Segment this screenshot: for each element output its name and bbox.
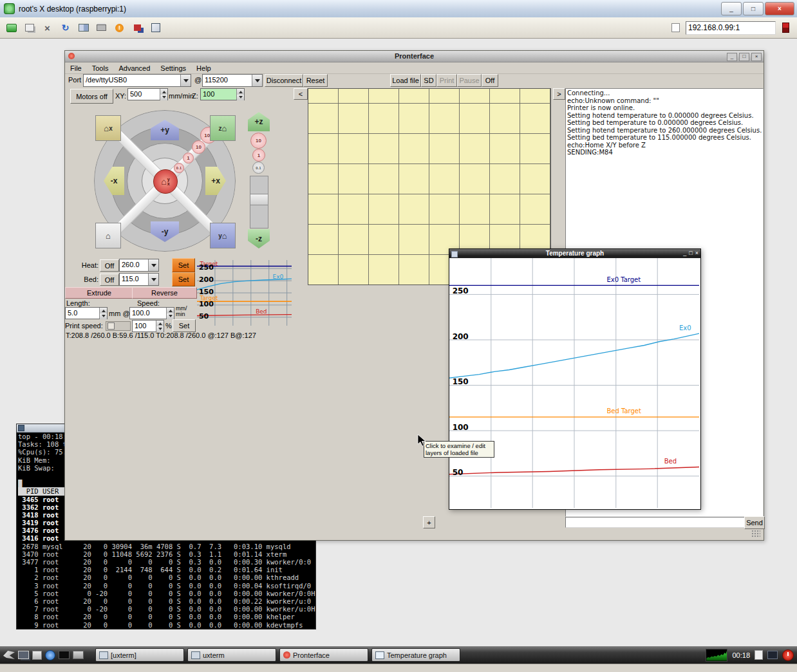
menu-settings[interactable]: Settings [155, 64, 191, 72]
close-button[interactable]: × [751, 53, 762, 61]
jog-distance-10[interactable]: 10 [192, 140, 205, 154]
spin-up-button[interactable] [167, 308, 174, 313]
taskbar-item-temperature-graph[interactable]: Temperature graph [371, 648, 460, 662]
bed-off-button[interactable]: Off [100, 274, 119, 286]
heat-temp-combo[interactable]: 260.0 [119, 259, 159, 272]
pronterface-titlebar[interactable]: Pronterface _ □ × [65, 51, 764, 62]
baud-combo[interactable]: 115200 [202, 74, 263, 87]
taskbar-item-pronterface[interactable]: Pronterface [279, 648, 368, 662]
power-button[interactable] [782, 649, 794, 661]
bed-set-button[interactable]: Set [172, 272, 195, 286]
vnc-titlebar[interactable]: root's X desktop (raspberrypi:1) _ □ × [0, 0, 797, 18]
slider-thumb[interactable] [108, 322, 115, 330]
screen-lock-icon[interactable] [767, 651, 778, 659]
windows-icon[interactable] [23, 22, 35, 34]
menu-tools[interactable]: Tools [87, 64, 114, 72]
spin-down-button[interactable] [167, 313, 174, 319]
jog-distance-1[interactable]: 1 [183, 153, 194, 163]
collapse-right-button[interactable]: > [553, 88, 565, 100]
window-icon [375, 651, 384, 659]
z-minus-button[interactable]: -z [248, 229, 270, 248]
spin-down-button[interactable] [237, 95, 244, 100]
refresh-icon[interactable]: ↻ [59, 22, 71, 34]
bed-temp-combo[interactable]: 115.0 [119, 273, 159, 286]
maximize-button[interactable]: □ [739, 53, 749, 61]
taskbar-item-uxterm-1[interactable]: [uxterm] [95, 648, 184, 662]
spin-up-button[interactable] [160, 89, 167, 95]
print-speed-set-button[interactable]: Set [173, 319, 196, 332]
home-all-button[interactable]: ⌂ [95, 223, 121, 248]
tools-icon[interactable]: × [41, 22, 53, 34]
terminal-icon[interactable] [59, 649, 70, 661]
send-button[interactable]: Send [744, 516, 765, 529]
extrude-button[interactable]: Extrude [65, 287, 133, 299]
minimize-button[interactable]: _ [683, 250, 686, 256]
z-slider-thumb[interactable] [250, 194, 268, 205]
close-button[interactable]: × [765, 2, 794, 15]
file-manager-icon[interactable] [32, 649, 42, 661]
spin-down-button[interactable] [160, 95, 167, 100]
z-plus-button[interactable]: +z [248, 112, 270, 131]
printer-icon[interactable] [95, 22, 108, 34]
print-speed-slider[interactable] [106, 321, 131, 331]
monitors-icon[interactable] [77, 22, 89, 34]
ctrl-alt-del-icon[interactable]: ! [113, 22, 126, 34]
temperature-graph-titlebar[interactable]: Temperature graph _ □ × [449, 249, 700, 258]
gcode-command-input[interactable] [565, 517, 745, 528]
chevron-down-icon[interactable] [180, 75, 191, 86]
spin-up-button[interactable] [156, 321, 164, 326]
home-y-button[interactable]: y⌂ [210, 223, 236, 248]
z-feedrate-spinner[interactable]: 100 [200, 88, 245, 100]
reverse-button[interactable]: Reverse [132, 287, 197, 299]
resize-grip[interactable] [751, 530, 760, 537]
connection-options-icon[interactable] [5, 22, 17, 34]
collapse-left-button[interactable]: < [294, 88, 308, 100]
log-line: Setting hotend temperature to 0.000000 d… [567, 112, 762, 120]
load-file-button[interactable]: Load file [390, 74, 421, 87]
jog-distance-01[interactable]: 0.1 [174, 163, 184, 173]
clipboard-icon[interactable] [755, 650, 763, 660]
chevron-down-icon[interactable] [252, 75, 262, 86]
spin-up-button[interactable] [237, 89, 244, 95]
z-distance-01[interactable]: 0.1 [252, 162, 265, 174]
menu-icon[interactable] [3, 649, 15, 661]
maximize-button[interactable]: □ [743, 2, 764, 15]
heat-set-button[interactable]: Set [172, 258, 195, 272]
z-distance-1[interactable]: 1 [252, 149, 265, 162]
home-xy-button[interactable]: ⌂ yx [153, 169, 178, 194]
browser-icon[interactable] [45, 649, 55, 661]
iconify-windows-icon[interactable] [18, 649, 29, 661]
menu-advanced[interactable]: Advanced [113, 64, 155, 72]
extrude-length-spinner[interactable]: 5.0 [65, 307, 108, 319]
layout-icon[interactable] [131, 22, 144, 34]
home-x-button[interactable]: ⌂x [95, 115, 121, 141]
port-combo[interactable]: /dev/ttyUSB0 [83, 74, 191, 87]
menu-help[interactable]: Help [191, 64, 216, 72]
taskbar-item-uxterm-2[interactable]: uxterm [187, 648, 276, 662]
minimize-button[interactable]: _ [721, 2, 742, 15]
off-button[interactable]: Off [482, 74, 498, 87]
chevron-down-icon[interactable] [148, 259, 158, 271]
motors-off-button[interactable]: Motors off [70, 89, 113, 104]
reset-button[interactable]: Reset [303, 74, 328, 87]
sd-button[interactable]: SD [421, 74, 436, 87]
disconnect-button[interactable]: Disconnect [265, 74, 303, 87]
desktop-pager-icon[interactable] [73, 649, 84, 661]
print-speed-spinner[interactable]: 100 [132, 320, 164, 332]
heat-off-button[interactable]: Off [100, 259, 119, 272]
extrude-speed-spinner[interactable]: 100.0 [129, 307, 174, 319]
close-button[interactable]: × [695, 250, 699, 256]
maximize-button[interactable]: □ [689, 250, 692, 256]
fullscreen-icon[interactable] [149, 22, 162, 34]
spin-up-button[interactable] [100, 308, 107, 313]
xy-feedrate-spinner[interactable]: 500 [127, 88, 168, 100]
chevron-down-icon[interactable] [148, 274, 158, 285]
vnc-address-input[interactable] [686, 21, 776, 35]
minimize-button[interactable]: _ [727, 53, 737, 61]
cpu-monitor[interactable] [706, 649, 727, 662]
menu-file[interactable]: File [65, 64, 87, 72]
add-layer-view-button[interactable]: + [423, 516, 435, 528]
z-distance-10[interactable]: 10 [250, 133, 267, 149]
home-z-button[interactable]: z⌂ [210, 115, 236, 141]
spin-down-button[interactable] [100, 313, 107, 319]
